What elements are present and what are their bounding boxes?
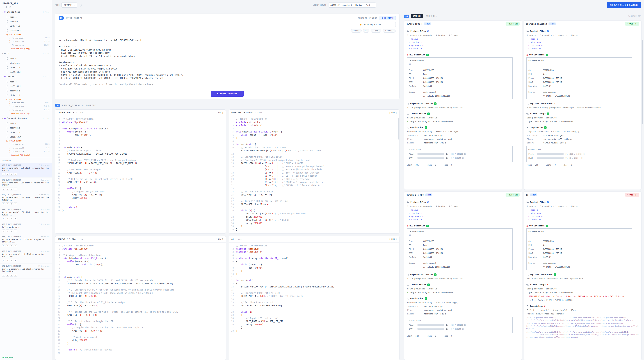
download-icon[interactable]: ↓: [6, 259, 9, 262]
history-item[interactable]: VFS_CLUSTER_SNAPSHOT21 hours agoWrite a …: [0, 234, 52, 249]
file-deepseek-reasoner-linker-ld[interactable]: linker.ld: [0, 130, 52, 134]
download-icon[interactable]: ↓: [6, 173, 9, 176]
file-claude-opus-linker-ld[interactable]: linker.ld: [0, 24, 52, 28]
run-chip[interactable]: ▸ RUN: [426, 194, 432, 196]
run-chip[interactable]: ▸ RUN: [548, 23, 556, 25]
file-o1-linker-ld[interactable]: linker.ld: [0, 65, 52, 70]
download-all-link[interactable]: ↓Download All (.zip): [0, 153, 52, 157]
build-file-deepseek-reasoner-firmware-bin[interactable]: firmware.bin368 B: [0, 142, 52, 146]
file-deepseek-reasoner-main-c[interactable]: main.c: [0, 121, 52, 125]
architecture-select[interactable]: ARM32 (Firecracker) • Native • Fast ▾: [328, 3, 376, 8]
project-file[interactable]: • main.c: [528, 209, 639, 212]
history-item[interactable]: VFS_CLUSTER_SNAPSHOT5 hours agohello wor…: [0, 222, 52, 234]
build-file-deepseek-reasoner-firmware-elf[interactable]: firmware.elf6 KB: [0, 146, 52, 149]
file-deepseek-reasoner-lpc55s69-h[interactable]: lpc55s69.h: [0, 134, 52, 139]
delete-icon[interactable]: ×: [14, 202, 17, 205]
download-all-link[interactable]: ↓Download All (.zip): [0, 112, 52, 116]
file-gemini-2-main-c[interactable]: main.c: [0, 79, 52, 84]
build-file-gemini-2-firmware-hex[interactable]: firmware.hex1.5 KB: [0, 108, 52, 112]
tab-ssh-shell[interactable]: SSH_SHELL: [424, 14, 439, 18]
model-chip-claude[interactable]: CLAUDE: [351, 29, 362, 33]
execute-all-button[interactable]: EXECUTE_ALL_ON_SANDBOX: [607, 2, 641, 8]
download-icon[interactable]: ↓: [6, 202, 9, 205]
restore-icon[interactable]: ↻: [2, 230, 5, 232]
code-editor[interactable]: 1// TARGET: LPC55S69JBD1002#include "lpc…: [55, 243, 226, 360]
sidebar-folder-o1[interactable]: ▾O14 files: [0, 51, 52, 56]
duplicate-icon[interactable]: ▤: [10, 244, 13, 247]
run-button[interactable]: [ RUN ]: [389, 112, 397, 114]
project-file[interactable]: • linker.ld: [528, 218, 639, 221]
duplicate-icon[interactable]: ▤: [10, 259, 13, 262]
build-file-claude-opus-firmware-hex[interactable]: firmware.hex1010 B: [0, 43, 52, 47]
project-file[interactable]: • linker.ld: [528, 47, 639, 50]
code-editor[interactable]: 1// TARGET: LPC55S69JBD1002#include <std…: [229, 116, 399, 234]
delete-icon[interactable]: ×: [14, 188, 17, 191]
project-file[interactable]: • linker.ld: [409, 47, 519, 50]
preset-select[interactable]: Flagship Battle ▾: [358, 22, 396, 27]
history-item[interactable]: VFS_CLUSTER_SNAPSHOT3 hours agoWrite bar…: [0, 163, 52, 177]
build-file-claude-opus-firmware-elf[interactable]: firmware.elf6.1 KB: [0, 40, 52, 43]
sidebar-folder-gemini-2[interactable]: ▾Gemini 24 files: [0, 74, 52, 79]
file-o1-startup-c[interactable]: startup.c: [0, 61, 52, 65]
project-file[interactable]: • startup.c: [528, 212, 639, 215]
delete-icon[interactable]: ×: [14, 217, 17, 220]
file-gemini-2-linker-ld[interactable]: linker.ld: [0, 93, 52, 97]
restore-icon[interactable]: ↻: [2, 244, 5, 247]
file-claude-opus-startup-c[interactable]: startup.c: [0, 19, 52, 24]
run-button[interactable]: [ RUN ]: [216, 112, 223, 114]
copy-button[interactable]: COPY: [258, 112, 262, 114]
project-file[interactable]: • startup.c: [528, 41, 639, 44]
delete-icon[interactable]: ×: [14, 274, 17, 277]
build-file-deepseek-reasoner-firmware-hex[interactable]: firmware.hex1.1 KB: [0, 149, 52, 153]
scrollbar[interactable]: [398, 118, 399, 139]
initiate-button[interactable]: INITIATE: [380, 16, 396, 20]
file-o1-lpc55s69-h[interactable]: lpc55s69.h: [0, 70, 52, 74]
duplicate-icon[interactable]: ▤: [10, 202, 13, 205]
file-claude-opus-main-c[interactable]: main.c: [0, 15, 52, 19]
info-icon[interactable]: i: [427, 201, 429, 203]
project-file[interactable]: • main.c: [528, 38, 639, 41]
info-icon[interactable]: i: [547, 30, 549, 32]
run-chip[interactable]: ▸ RUN: [424, 23, 431, 25]
duplicate-icon[interactable]: ▤: [10, 230, 13, 232]
file-claude-opus-lpc55s69-h[interactable]: lpc55s69.h: [0, 28, 52, 33]
sidebar-folder-claude-opus[interactable]: ▾Claude Opus4 files: [0, 9, 52, 15]
file-gemini-2-startup-c[interactable]: startup.c: [0, 88, 52, 93]
model-chip-gemini[interactable]: GEMINI: [371, 29, 381, 33]
restore-icon[interactable]: ↻: [2, 274, 5, 277]
restore-icon[interactable]: ↻: [2, 188, 5, 191]
project-file[interactable]: • startup.c: [409, 212, 519, 215]
code-editor[interactable]: 1// TARGET: LPC55S69JBD1002#include "lpc…: [55, 116, 226, 234]
build-file-gemini-2-firmware-bin[interactable]: firmware.bin520 B: [0, 101, 52, 104]
project-file[interactable]: • lpc55s69.h: [528, 215, 639, 218]
download-icon[interactable]: ↓: [6, 274, 9, 277]
run-button[interactable]: [ RUN ]: [216, 238, 223, 240]
page-scrollbar[interactable]: [642, 40, 643, 124]
duplicate-icon[interactable]: ▤: [10, 173, 13, 176]
project-file[interactable]: • lpc55s69.h: [409, 215, 519, 218]
sidebar-folder-deepseek-reasoner[interactable]: ▾Deepseek Reasoner4 files: [0, 116, 52, 121]
delete-icon[interactable]: ×: [14, 230, 17, 232]
code-editor[interactable]: 1// TARGET: LPC55S69JBD1002#include <std…: [229, 243, 399, 360]
file-deepseek-reasoner-startup-c[interactable]: startup.c: [0, 125, 52, 130]
history-item[interactable]: VFS_CLUSTER_SNAPSHOT4 hours agoWrite bar…: [0, 177, 52, 192]
history-item[interactable]: VFS_CLUSTER_SNAPSHOT23 hours agoWrite a …: [0, 264, 52, 278]
project-file[interactable]: • linker.ld: [409, 218, 519, 221]
prompt-textarea[interactable]: Write bare-metal LED blink firmware for …: [59, 39, 339, 86]
duplicate-icon[interactable]: ▤: [10, 217, 13, 220]
duplicate-icon[interactable]: ▤: [10, 274, 13, 277]
new-file-icon[interactable]: [5, 6, 7, 8]
history-item[interactable]: VFS_CLUSTER_SNAPSHOT5 hours agoWrite bar…: [0, 207, 52, 222]
model-chip-deepseek[interactable]: DEEPSEEK: [383, 29, 396, 33]
model-chip-o1[interactable]: O1: [363, 29, 369, 33]
download-icon[interactable]: ↓: [6, 188, 9, 191]
project-file[interactable]: • main.c: [409, 209, 519, 212]
download-icon[interactable]: ↓: [6, 230, 9, 232]
delete-icon[interactable]: ×: [14, 259, 17, 262]
project-file[interactable]: • startup.c: [409, 41, 519, 44]
download-all-link[interactable]: ↓Download All (.zip): [0, 47, 52, 51]
project-file[interactable]: • lpc55s69.h: [528, 44, 639, 47]
file-gemini-2-lpc55s69-h[interactable]: lpc55s69.h: [0, 84, 52, 88]
project-file[interactable]: • lpc55s69.h: [409, 44, 519, 47]
restore-icon[interactable]: ↻: [2, 202, 5, 205]
